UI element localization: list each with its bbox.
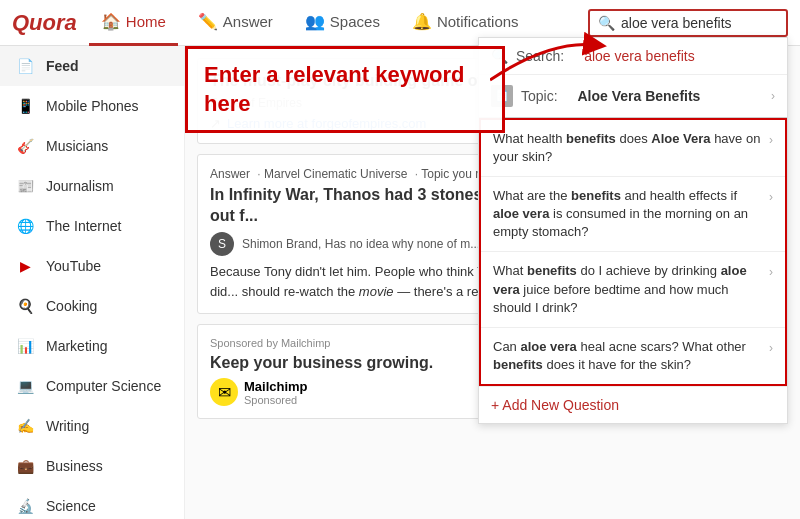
nav-spaces-label: Spaces [330,13,380,30]
home-icon: 🏠 [101,12,121,31]
answer-icon: ✏️ [198,12,218,31]
sidebar-label-science: Science [46,498,96,514]
card3-title: Keep your business growing. [210,353,433,374]
nav-home[interactable]: 🏠 Home [89,0,178,46]
sidebar-label-computer-science: Computer Science [46,378,161,394]
sidebar-item-writing[interactable]: ✍ Writing [0,406,184,446]
question-item-1[interactable]: What health benefits does Aloe Vera have… [481,120,785,177]
topic-label: Topic: [521,88,558,104]
sidebar-label-marketing: Marketing [46,338,107,354]
nav-notifications-label: Notifications [437,13,519,30]
search-box[interactable]: 🔍 [588,9,788,37]
question-text-4: Can aloe vera heal acne scars? What othe… [493,338,763,374]
sidebar-item-science[interactable]: 🔬 Science [0,486,184,519]
bell-icon: 🔔 [412,12,432,31]
sidebar-label-journalism: Journalism [46,178,114,194]
question-chevron-icon-2: › [769,189,773,206]
question-chevron-icon-4: › [769,340,773,357]
sidebar-label-business: Business [46,458,103,474]
sidebar-label-youtube: YouTube [46,258,101,274]
topic-suggestion-row[interactable]: 📄 Topic: Aloe Vera Benefits › [479,75,787,118]
question-item-3[interactable]: What benefits do I achieve by drinking a… [481,252,785,328]
author-name: Shimon Brand, Has no idea why none of m.… [242,237,480,251]
add-question-label: + Add New Question [491,397,619,413]
question-item-4[interactable]: Can aloe vera heal acne scars? What othe… [481,328,785,384]
quora-logo[interactable]: Quora [12,10,77,36]
musicians-icon: 🎸 [14,135,36,157]
sidebar-item-feed[interactable]: 📄 Feed [0,46,184,86]
sidebar-label-musicians: Musicians [46,138,108,154]
sidebar: 📄 Feed 📱 Mobile Phones 🎸 Musicians 📰 Jou… [0,46,185,519]
writing-icon: ✍ [14,415,36,437]
nav-home-label: Home [126,13,166,30]
sidebar-item-marketing[interactable]: 📊 Marketing [0,326,184,366]
question-chevron-icon-1: › [769,132,773,149]
sidebar-item-computer-science[interactable]: 💻 Computer Science [0,366,184,406]
search-label: Search: [516,48,564,64]
computer-science-icon: 💻 [14,375,36,397]
annotation-text: Enter a relevant keyword here [204,62,464,116]
sidebar-label-the-internet: The Internet [46,218,122,234]
marketing-icon: 📊 [14,335,36,357]
mailchimp-logo: ✉ [210,378,238,406]
question-text-1: What health benefits does Aloe Vera have… [493,130,763,166]
search-dropdown: 🔍 Search: aloe vera benefits 📄 Topic: Al… [478,37,788,425]
sidebar-item-business[interactable]: 💼 Business [0,446,184,486]
sidebar-item-youtube[interactable]: ▶ YouTube [0,246,184,286]
sidebar-item-mobile-phones[interactable]: 📱 Mobile Phones [0,86,184,126]
search-input[interactable] [621,15,778,31]
journalism-icon: 📰 [14,175,36,197]
answer-label: Answer [210,167,250,181]
company-name: Mailchimp [244,379,308,394]
search-suggestion-row[interactable]: 🔍 Search: aloe vera benefits [479,38,787,75]
sidebar-item-musicians[interactable]: 🎸 Musicians [0,126,184,166]
search-icon: 🔍 [598,15,615,31]
internet-icon: 🌐 [14,215,36,237]
question-chevron-icon-3: › [769,264,773,281]
topic1-label[interactable]: Marvel Cinematic Universe [264,167,407,181]
sidebar-label-cooking: Cooking [46,298,97,314]
sidebar-label-writing: Writing [46,418,89,434]
business-icon: 💼 [14,455,36,477]
question-text-2: What are the benefits and health effects… [493,187,763,242]
question-item-2[interactable]: What are the benefits and health effects… [481,177,785,253]
sidebar-item-journalism[interactable]: 📰 Journalism [0,166,184,206]
search-wrapper: 🔍 🔍 Search: aloe vera benefits 📄 Topic: … [588,9,788,37]
mailchimp-company-row: ✉ Mailchimp Sponsored [210,378,433,406]
science-icon: 🔬 [14,495,36,517]
sponsor-label: Sponsored by Mailchimp [210,337,433,349]
mobile-phones-icon: 📱 [14,95,36,117]
sponsored-tag: Sponsored [244,394,308,406]
search-keyword: aloe vera benefits [584,48,695,64]
nav-answer[interactable]: ✏️ Answer [186,0,285,46]
nav-answer-label: Answer [223,13,273,30]
topic-chevron-icon: › [771,89,775,103]
annotation-box: Enter a relevant keyword here [185,46,505,133]
cooking-icon: 🍳 [14,295,36,317]
feed-icon: 📄 [14,55,36,77]
header: Quora 🏠 Home ✏️ Answer 👥 Spaces 🔔 Notifi… [0,0,800,46]
question-text-3: What benefits do I achieve by drinking a… [493,262,763,317]
sidebar-label-feed: Feed [46,58,79,74]
youtube-icon: ▶ [14,255,36,277]
sidebar-item-the-internet[interactable]: 🌐 The Internet [0,206,184,246]
questions-list: What health benefits does Aloe Vera have… [479,118,787,387]
sidebar-label-mobile-phones: Mobile Phones [46,98,139,114]
author-avatar: S [210,232,234,256]
sidebar-item-cooking[interactable]: 🍳 Cooking [0,286,184,326]
nav-spaces[interactable]: 👥 Spaces [293,0,392,46]
add-new-question-button[interactable]: + Add New Question [479,386,787,423]
topic-name: Aloe Vera Benefits [577,88,700,104]
spaces-icon: 👥 [305,12,325,31]
